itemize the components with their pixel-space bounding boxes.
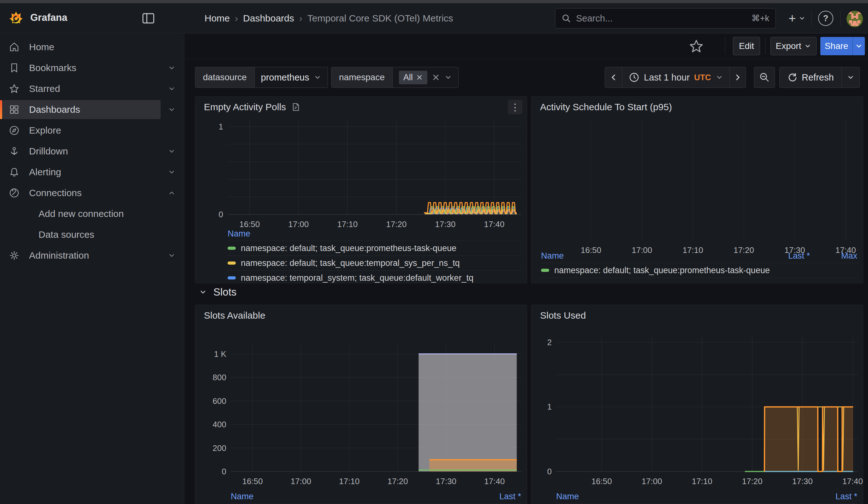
sidebar-item-home[interactable]: Home <box>0 37 184 58</box>
breadcrumb-item[interactable]: Dashboards <box>243 13 294 24</box>
legend-column-last[interactable]: Last * <box>810 492 857 502</box>
sidebar-item-label: Data sources <box>39 229 94 240</box>
share-menu-button[interactable] <box>852 37 865 55</box>
y-axis-tick: 1 <box>196 122 223 132</box>
datasource-select[interactable]: prometheus <box>255 67 328 88</box>
sidebar-item-label: Alerting <box>29 167 61 177</box>
refresh-button[interactable]: Refresh <box>779 67 841 88</box>
sidebar-item-add-new-connection[interactable]: Add new connection <box>0 203 184 224</box>
add-new-button[interactable]: + <box>783 10 810 27</box>
sidebar-item-explore[interactable]: Explore <box>0 120 184 141</box>
brand-title: Grafana <box>30 12 67 23</box>
sidebar-item-administration[interactable]: Administration <box>0 245 184 266</box>
legend-column-name[interactable]: Name <box>228 229 521 239</box>
chevron-down-icon[interactable] <box>167 105 176 114</box>
chevron-down-icon[interactable] <box>167 167 176 177</box>
kebab-icon: ⋮ <box>510 102 520 113</box>
chevron-down-icon <box>715 74 723 81</box>
share-button[interactable]: Share <box>820 37 852 55</box>
legend-column-last[interactable]: Last * <box>763 251 810 261</box>
row-slots[interactable]: Slots <box>198 286 236 298</box>
dashboard-controls-bar: datasource prometheus namespace All <box>185 59 868 92</box>
help-button[interactable]: ? <box>818 11 833 26</box>
panel-description-icon[interactable] <box>291 102 300 112</box>
sidebar-item-bookmarks[interactable]: Bookmarks <box>0 58 184 78</box>
datasource-label: datasource <box>195 67 255 88</box>
sidebar-item-label: Drilldown <box>29 146 68 157</box>
legend-row[interactable]: namespace: default; task_queue:prometheu… <box>228 241 521 256</box>
time-forward-button[interactable] <box>730 67 745 88</box>
namespace-value-pill[interactable]: All <box>399 71 427 84</box>
breadcrumb-separator-icon: › <box>299 13 302 24</box>
legend-column-max[interactable]: Max <box>810 251 857 261</box>
time-range-picker[interactable]: Last 1 hour UTC <box>622 67 730 88</box>
gear-icon <box>9 250 20 261</box>
panel-legend: Namenamespace: default; task_queue:prome… <box>228 227 521 283</box>
sidebar-toggle-icon[interactable] <box>142 11 155 25</box>
chevron-down-icon <box>855 42 862 50</box>
y-axis-tick: 2 <box>531 337 552 347</box>
x-axis-tick: 17:20 <box>379 476 417 486</box>
legend-row[interactable]: namespace: default; task_queue:prometheu… <box>541 263 857 278</box>
grafana-logo-icon[interactable] <box>8 10 24 26</box>
timeseries-chart[interactable]: 02004006008001 K16:5017:0017:1017:2017:3… <box>195 305 527 504</box>
legend-column-name[interactable]: Name <box>231 492 474 502</box>
chevron-down-icon <box>198 287 208 297</box>
legend-column-name[interactable]: Name <box>556 492 810 502</box>
sidebar-item-starred[interactable]: Starred <box>0 78 184 99</box>
zoom-out-button[interactable] <box>754 67 775 88</box>
legend-column-last[interactable]: Last * <box>474 492 521 502</box>
series-name: namespace: default; task_queue:prometheu… <box>554 266 770 275</box>
x-axis-tick: 17:00 <box>282 476 320 486</box>
sidebar-item-label: Home <box>29 42 54 52</box>
x-axis-tick: 16:50 <box>583 476 621 486</box>
remove-value-icon[interactable] <box>416 74 423 81</box>
namespace-select[interactable]: All <box>393 67 458 88</box>
chevron-down-icon[interactable] <box>167 251 176 260</box>
series-name: namespace: default; task_queue:temporal_… <box>241 258 459 268</box>
sidebar-item-data-sources[interactable]: Data sources <box>0 224 184 245</box>
sidebar-item-connections[interactable]: Connections <box>0 183 184 203</box>
panel-title[interactable]: Empty Activity Polls <box>204 102 300 112</box>
dashboard-actions-bar: Edit Export Share <box>185 33 868 59</box>
legend-row[interactable]: namespace: default; task_queue:temporal_… <box>228 256 521 270</box>
sidebar-nav: HomeBookmarksStarredDashboardsExploreDri… <box>0 33 184 504</box>
panel-slots-available: 02004006008001 K16:5017:0017:1017:2017:3… <box>195 305 527 504</box>
chevron-down-icon[interactable] <box>167 63 176 73</box>
x-axis-tick: 17:20 <box>733 476 771 486</box>
sidebar-item-drilldown[interactable]: Drilldown <box>0 141 184 162</box>
panel-menu-button[interactable]: ⋮ <box>508 100 523 114</box>
sidebar-item-alerting[interactable]: Alerting <box>0 162 184 183</box>
user-avatar[interactable] <box>847 11 863 27</box>
chevron-down-icon[interactable] <box>167 146 176 156</box>
clear-all-icon[interactable] <box>432 73 440 81</box>
breadcrumb-item[interactable]: Home <box>205 13 230 24</box>
timeseries-chart[interactable]: 01216:5017:0017:1017:2017:3017:40 <box>531 305 863 504</box>
sidebar-item-dashboards[interactable]: Dashboards <box>0 99 184 120</box>
namespace-label: namespace <box>331 67 393 88</box>
panel-title[interactable]: Slots Available <box>204 310 266 321</box>
namespace-variable: namespace All <box>331 67 458 88</box>
panel-legend: NameLast *namespace: default; task_queue… <box>231 490 521 504</box>
x-axis-tick: 17:00 <box>633 476 671 486</box>
panel-title[interactable]: Slots Used <box>540 310 586 321</box>
legend-column-name[interactable]: Name <box>541 251 763 261</box>
dashboards-icon <box>9 104 20 115</box>
panel-title[interactable]: Activity Schedule To Start (p95) <box>540 102 672 112</box>
header-divider <box>840 11 840 26</box>
search-input[interactable]: Search... ⌘+k <box>555 8 776 28</box>
panel-legend: NameLast *namespace: default; task_queue… <box>556 490 857 504</box>
star-dashboard-button[interactable] <box>688 38 704 54</box>
chevron-down-icon[interactable] <box>167 84 176 93</box>
time-back-button[interactable] <box>605 67 622 88</box>
chevron-down-icon <box>804 43 811 50</box>
sidebar-item-label: Starred <box>29 83 60 94</box>
legend-row[interactable]: namespace: temporal_system; task_queue:d… <box>228 271 521 283</box>
refresh-interval-button[interactable] <box>841 67 859 88</box>
export-button[interactable]: Export <box>771 37 817 55</box>
edit-button[interactable]: Edit <box>733 37 760 55</box>
search-placeholder: Search... <box>576 13 613 24</box>
bookmark-icon <box>9 63 20 73</box>
y-axis-tick: 400 <box>199 419 226 430</box>
chevron-up-icon[interactable] <box>167 188 176 198</box>
